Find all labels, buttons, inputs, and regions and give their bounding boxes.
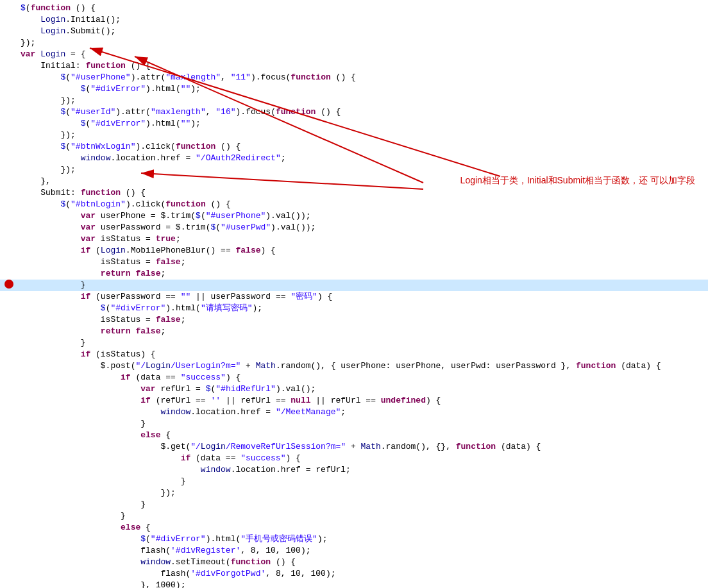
code-line: else { bbox=[0, 430, 708, 441]
code-line: $(function () { bbox=[0, 3, 708, 14]
code-text: if (data == "success") { bbox=[18, 372, 708, 383]
code-line: var refUrl = $("#hidRefUrl").val(); bbox=[0, 383, 708, 395]
code-line: $("#divError").html("手机号或密码错误"); bbox=[0, 533, 708, 545]
code-line: window.setTimeout(function () { bbox=[0, 557, 708, 568]
code-line: window.location.href = "/MeetManage"; bbox=[0, 407, 708, 418]
code-text: } bbox=[18, 337, 708, 349]
code-line: } bbox=[0, 510, 708, 522]
code-line: flash('#divRegister', 8, 10, 100); bbox=[0, 545, 708, 557]
code-text: return false; bbox=[18, 326, 708, 337]
code-line: $.post("/Login/UserLogin?m=" + Math.rand… bbox=[0, 360, 708, 372]
code-text: isStatus = false; bbox=[18, 314, 708, 326]
code-text: else { bbox=[18, 430, 708, 441]
code-line: isStatus = false; bbox=[0, 256, 708, 268]
code-text: $.post("/Login/UserLogin?m=" + Math.rand… bbox=[18, 360, 708, 372]
code-text: }); bbox=[18, 95, 708, 106]
code-text: Initial: function () { bbox=[18, 60, 708, 72]
code-line: $.get("/Login/RemoveRefUrlSession?m=" + … bbox=[0, 441, 708, 453]
code-text: window.location.href = "/MeetManage"; bbox=[18, 407, 708, 418]
code-text: var Login = { bbox=[18, 49, 708, 60]
code-text: $.get("/Login/RemoveRefUrlSession?m=" + … bbox=[18, 441, 708, 453]
code-text: if (userPassword == "" || userPassword =… bbox=[18, 291, 708, 303]
annotation-text: Login相当于类，Initial和Submit相当于函数，还 可以加字段 bbox=[460, 175, 695, 185]
code-area: $(function () { Login.Initial(); Login.S… bbox=[0, 0, 708, 588]
code-text: Submit: function () { bbox=[18, 187, 708, 199]
breakpoint-marker bbox=[4, 280, 13, 289]
code-line: if (Login.MobilePhoneBlur() == false) { bbox=[0, 245, 708, 256]
code-line: Login.Submit(); bbox=[0, 26, 708, 37]
code-text: return false; bbox=[18, 268, 708, 280]
code-line: } bbox=[0, 499, 708, 510]
code-text: var isStatus = true; bbox=[18, 233, 708, 245]
code-line: var userPhone = $.trim($("#userPhone").v… bbox=[0, 210, 708, 222]
code-text: flash('#divForgotPwd', 8, 10, 100); bbox=[18, 568, 708, 580]
code-line: } bbox=[0, 337, 708, 349]
code-text: Login.Submit(); bbox=[18, 26, 708, 37]
code-line: $("#divError").html(""); bbox=[0, 83, 708, 95]
code-line: $("#divError").html("请填写密码"); bbox=[0, 303, 708, 314]
code-text: }); bbox=[18, 37, 708, 49]
code-line: else { bbox=[0, 522, 708, 533]
code-text: $("#divError").html("请填写密码"); bbox=[18, 303, 708, 314]
code-line: } bbox=[0, 476, 708, 487]
code-line: var Login = { bbox=[0, 49, 708, 60]
code-text: } bbox=[18, 476, 708, 487]
code-line: }); bbox=[0, 487, 708, 499]
code-text: $("#btnWxLogin").click(function () { bbox=[18, 141, 708, 153]
code-line: } bbox=[0, 418, 708, 430]
code-text: window.location.href = refUrl; bbox=[18, 464, 708, 476]
code-line: if (refUrl == '' || refUrl == null || re… bbox=[0, 395, 708, 407]
code-line: var userPassword = $.trim($("#userPwd").… bbox=[0, 222, 708, 233]
code-text: flash('#divRegister', 8, 10, 100); bbox=[18, 545, 708, 557]
code-text: if (refUrl == '' || refUrl == null || re… bbox=[18, 395, 708, 407]
code-text: var userPhone = $.trim($("#userPhone").v… bbox=[18, 210, 708, 222]
code-line: window.location.href = "/OAuth2Redirect"… bbox=[0, 153, 708, 164]
code-line: $("#divError").html(""); bbox=[0, 118, 708, 130]
code-text: isStatus = false; bbox=[18, 256, 708, 268]
code-text: } bbox=[18, 510, 708, 522]
code-line: }); bbox=[0, 95, 708, 106]
code-line: $("#userId").attr("maxlength", "16").foc… bbox=[0, 106, 708, 118]
code-line: } bbox=[0, 280, 708, 291]
code-text: window.setTimeout(function () { bbox=[18, 557, 708, 568]
code-line: return false; bbox=[0, 326, 708, 337]
code-line: Submit: function () { bbox=[0, 187, 708, 199]
code-text: }, 1000); bbox=[18, 580, 708, 588]
annotation-box: Login相当于类，Initial和Submit相当于函数，还 可以加字段 bbox=[460, 173, 695, 187]
code-line: $("#btnLogin").click(function () { bbox=[0, 199, 708, 210]
code-line: window.location.href = refUrl; bbox=[0, 464, 708, 476]
code-text: if (Login.MobilePhoneBlur() == false) { bbox=[18, 245, 708, 256]
code-line: }); bbox=[0, 37, 708, 49]
code-text: $("#userPhone").attr("maxlength", "11").… bbox=[18, 72, 708, 83]
code-line: Login.Initial(); bbox=[0, 14, 708, 26]
code-line: $("#userPhone").attr("maxlength", "11").… bbox=[0, 72, 708, 83]
code-container: $(function () { Login.Initial(); Login.S… bbox=[0, 0, 708, 588]
code-text: $(function () { bbox=[18, 3, 708, 14]
code-text: else { bbox=[18, 522, 708, 533]
code-line: $("#btnWxLogin").click(function () { bbox=[0, 141, 708, 153]
code-text: }); bbox=[18, 487, 708, 499]
code-text: $("#userId").attr("maxlength", "16").foc… bbox=[18, 106, 708, 118]
code-text: window.location.href = "/OAuth2Redirect"… bbox=[18, 153, 708, 164]
code-text: var userPassword = $.trim($("#userPwd").… bbox=[18, 222, 708, 233]
code-text: if (isStatus) { bbox=[18, 349, 708, 360]
code-line: if (userPassword == "" || userPassword =… bbox=[0, 291, 708, 303]
code-line: return false; bbox=[0, 268, 708, 280]
code-line: if (isStatus) { bbox=[0, 349, 708, 360]
code-line: if (data == "success") { bbox=[0, 453, 708, 464]
code-line: var isStatus = true; bbox=[0, 233, 708, 245]
code-text: var refUrl = $("#hidRefUrl").val(); bbox=[18, 383, 708, 395]
code-text: } bbox=[18, 280, 708, 291]
code-text: $("#divError").html(""); bbox=[18, 118, 708, 130]
code-text: } bbox=[18, 499, 708, 510]
code-text: } bbox=[18, 418, 708, 430]
code-line: }); bbox=[0, 130, 708, 141]
code-line: Initial: function () { bbox=[0, 60, 708, 72]
code-line: flash('#divForgotPwd', 8, 10, 100); bbox=[0, 568, 708, 580]
code-text: $("#divError").html("手机号或密码错误"); bbox=[18, 533, 708, 545]
code-text: Login.Initial(); bbox=[18, 14, 708, 26]
code-line: }, 1000); bbox=[0, 580, 708, 588]
code-text: $("#divError").html(""); bbox=[18, 83, 708, 95]
code-line: if (data == "success") { bbox=[0, 372, 708, 383]
code-text: $("#btnLogin").click(function () { bbox=[18, 199, 708, 210]
